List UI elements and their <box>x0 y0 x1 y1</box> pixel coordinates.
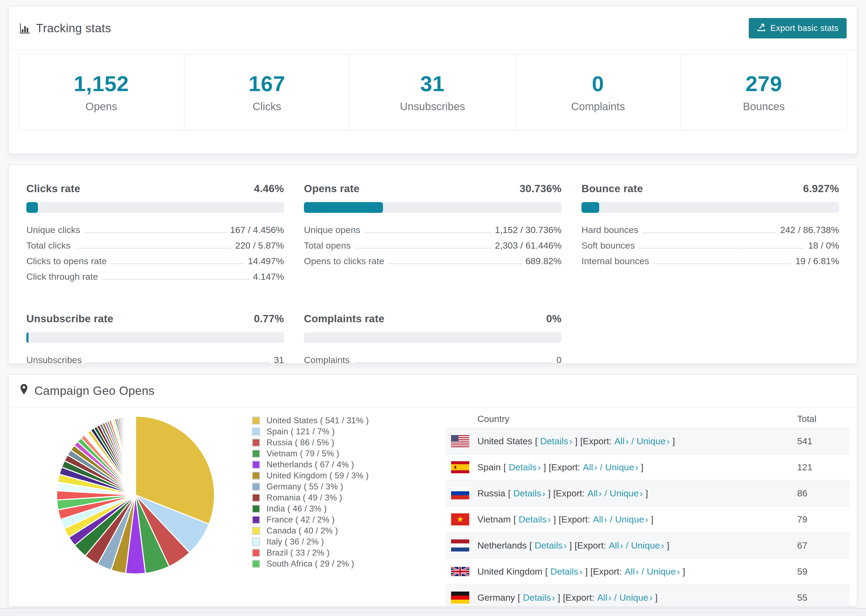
unsubscribe-rate-block: Unsubscribe rate 0.77% Unsubscribes31 <box>26 313 284 370</box>
legend-item[interactable]: Spain ( 121 / 7% ) <box>252 426 369 437</box>
legend-item[interactable]: France ( 42 / 2% ) <box>252 514 369 525</box>
chevron-right-icon: › <box>635 462 638 472</box>
clicks-rate-bar-fill <box>26 202 38 213</box>
country-name: Germany <box>477 592 515 603</box>
export-all-link[interactable]: All› <box>614 436 628 446</box>
export-unique-link[interactable]: Unique› <box>615 514 648 525</box>
legend-item[interactable]: South Africa ( 29 / 2% ) <box>252 558 369 569</box>
legend-item[interactable]: Russia ( 86 / 5% ) <box>252 437 369 448</box>
legend-item[interactable]: Brazil ( 33 / 2% ) <box>252 547 369 558</box>
opens-rate-title: Opens rate <box>304 183 360 195</box>
export-all-link[interactable]: All› <box>587 488 601 498</box>
stat-row: Click through rate4.147% <box>26 272 284 287</box>
export-all-link[interactable]: All› <box>597 592 611 603</box>
country-total: 541 <box>797 436 850 446</box>
geo-opens-pie-chart[interactable] <box>53 412 218 578</box>
details-link[interactable]: Details› <box>519 514 551 525</box>
legend-item[interactable]: Italy ( 36 / 2% ) <box>252 536 369 547</box>
campaign-geo-opens-card: Campaign Geo Opens United States ( 541 /… <box>8 374 857 607</box>
export-unique-link[interactable]: Unique› <box>619 592 652 603</box>
summary-strip: 1,152 Opens 167 Clicks 31 Unsubscribes 0… <box>18 54 847 130</box>
complaints-rate-title: Complaints rate <box>304 313 384 325</box>
unsubscribe-rate-title: Unsubscribe rate <box>26 313 113 325</box>
table-row: Vietnam[Details›][Export:All›/Unique›]79 <box>446 506 850 532</box>
details-link[interactable]: Details› <box>535 540 567 551</box>
clicks-label: Clicks <box>252 101 281 113</box>
map-pin-icon <box>19 383 28 398</box>
details-link[interactable]: Details› <box>513 488 545 498</box>
details-link[interactable]: Details› <box>550 566 582 577</box>
details-link[interactable]: Details› <box>509 462 540 473</box>
vn-flag-icon <box>451 513 469 525</box>
geo-opens-table: Country Total United States[Details›][Ex… <box>446 410 850 607</box>
geo-title: Campaign Geo Opens <box>35 384 155 398</box>
legend-swatch <box>252 494 260 502</box>
chevron-right-icon: › <box>608 592 611 603</box>
chevron-right-icon: › <box>548 514 551 524</box>
stat-row: Hard bounces242 / 86.738% <box>581 225 839 240</box>
summary-bounces: 279 Bounces <box>681 54 847 130</box>
chevron-right-icon: › <box>564 540 567 550</box>
export-all-link[interactable]: All› <box>583 462 597 473</box>
stat-row: Opens to clicks rate689.82% <box>304 256 562 272</box>
es-flag-icon <box>451 461 469 473</box>
bar-chart-icon <box>19 22 31 34</box>
unsubscribes-count: 31 <box>420 71 445 96</box>
chevron-right-icon: › <box>579 566 582 577</box>
stat-row: Clicks to opens rate14.497% <box>26 256 284 272</box>
summary-complaints: 0 Complaints <box>516 54 681 130</box>
chevron-right-icon: › <box>640 488 643 498</box>
export-unique-link[interactable]: Unique› <box>610 488 643 498</box>
legend-item[interactable]: United Kingdom ( 59 / 3% ) <box>252 470 369 481</box>
legend-item[interactable]: Vietnam ( 79 / 5% ) <box>252 448 369 459</box>
legend-swatch <box>252 460 260 469</box>
unsubscribe-rate-bar-fill <box>26 332 28 343</box>
chevron-right-icon: › <box>604 514 607 524</box>
details-link[interactable]: Details› <box>540 436 572 446</box>
opens-rate-block: Opens rate 30.736% Unique opens1,152 / 3… <box>304 183 562 287</box>
legend-item[interactable]: Romania ( 49 / 3% ) <box>252 492 369 503</box>
export-unique-link[interactable]: Unique› <box>631 540 664 551</box>
export-all-link[interactable]: All› <box>625 566 639 577</box>
bounce-rate-block: Bounce rate 6.927% Hard bounces242 / 86.… <box>581 183 839 287</box>
legend-item[interactable]: Canada ( 40 / 2% ) <box>252 525 369 536</box>
export-unique-link[interactable]: Unique› <box>636 436 670 446</box>
country-total: 55 <box>797 592 850 603</box>
chevron-right-icon: › <box>599 488 601 498</box>
geo-header: Campaign Geo Opens <box>9 375 857 407</box>
geo-table-header: Country Total <box>446 410 850 428</box>
legend-item[interactable]: India ( 46 / 3% ) <box>252 503 369 514</box>
tracking-stats-page: Tracking stats Export basic stats 1,152 … <box>0 0 866 616</box>
chevron-right-icon: › <box>667 436 670 446</box>
stat-row: Soft bounces18 / 0% <box>581 240 839 256</box>
legend-item[interactable]: Germany ( 55 / 3% ) <box>252 481 369 492</box>
export-basic-stats-button[interactable]: Export basic stats <box>749 18 847 38</box>
details-link[interactable]: Details› <box>523 592 555 603</box>
bounce-rate-bar-fill <box>581 202 599 213</box>
legend-swatch <box>252 549 260 557</box>
export-all-link[interactable]: All› <box>609 540 623 551</box>
country-name: Netherlands <box>477 540 527 551</box>
stat-row: Internal bounces19 / 6.81% <box>581 256 839 272</box>
clicks-rate-title: Clicks rate <box>26 183 80 195</box>
complaints-label: Complaints <box>571 101 625 113</box>
bounce-rate-bar <box>581 202 839 213</box>
table-row: Russia[Details›][Export:All›/Unique›]86 <box>446 480 850 506</box>
export-unique-link[interactable]: Unique› <box>647 566 680 577</box>
bounces-count: 279 <box>746 71 782 96</box>
complaints-count: 0 <box>592 71 604 96</box>
summary-opens: 1,152 Opens <box>19 54 184 130</box>
export-unique-link[interactable]: Unique› <box>605 462 638 473</box>
geo-body: United States ( 541 / 31% ) Spain ( 121 … <box>9 407 857 607</box>
export-all-link[interactable]: All› <box>593 514 607 525</box>
complaints-rate-block: Complaints rate 0% Complaints0 <box>304 313 562 370</box>
opens-rate-bar <box>304 202 562 213</box>
chevron-right-icon: › <box>625 436 628 446</box>
legend-item[interactable]: Netherlands ( 67 / 4% ) <box>252 459 369 470</box>
clicks-rate-bar <box>26 202 284 213</box>
country-total: 59 <box>797 566 850 577</box>
stat-row: Unique clicks167 / 4.456% <box>26 225 284 240</box>
summary-clicks: 167 Clicks <box>184 54 350 130</box>
chevron-right-icon: › <box>569 436 572 446</box>
legend-item[interactable]: United States ( 541 / 31% ) <box>252 415 369 426</box>
